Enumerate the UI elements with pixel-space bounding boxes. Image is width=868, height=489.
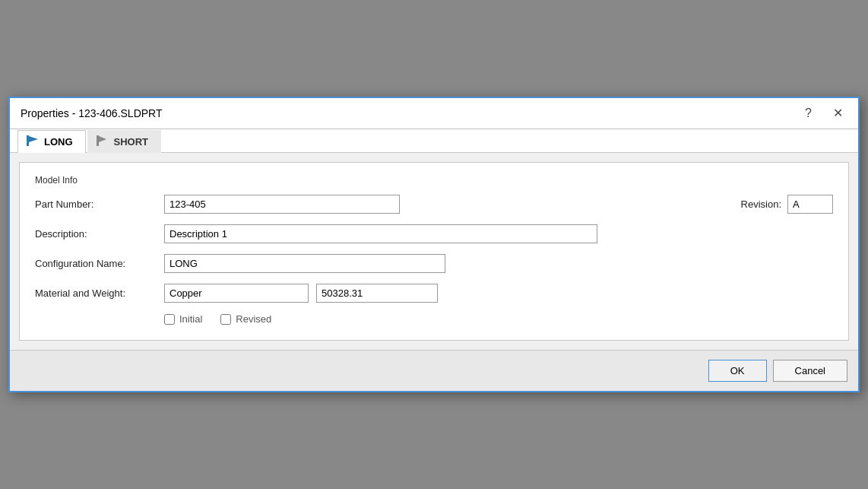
flag-icon-long [26, 135, 40, 148]
part-number-label: Part Number: [35, 198, 157, 210]
config-name-input[interactable] [164, 254, 445, 273]
part-left: Part Number: [35, 195, 400, 214]
config-name-label: Configuration Name: [35, 258, 157, 269]
weight-input[interactable] [316, 284, 438, 303]
revision-label: Revision: [741, 198, 781, 210]
material-weight-label: Material and Weight: [35, 287, 157, 299]
tabs-bar: LONG SHORT [10, 129, 858, 153]
ok-button[interactable]: OK [708, 360, 767, 382]
material-input[interactable] [164, 284, 309, 303]
config-name-row: Configuration Name: [35, 254, 833, 273]
initial-label: Initial [179, 313, 202, 325]
flag-icon-short [96, 135, 109, 148]
description-label: Description: [35, 228, 157, 240]
description-row: Description: [35, 224, 833, 243]
close-button[interactable]: ✕ [828, 106, 847, 121]
title-controls: ? ✕ [800, 106, 847, 121]
tab-long-label: LONG [44, 136, 73, 148]
revised-checkbox-item: Revised [220, 313, 271, 325]
revised-label: Revised [236, 313, 271, 325]
tab-long[interactable]: LONG [17, 130, 86, 153]
revision-input[interactable] [787, 195, 833, 214]
revised-checkbox[interactable] [220, 314, 231, 325]
dialog-title: Properties - 123-406.SLDPRT [21, 107, 163, 119]
title-bar: Properties - 123-406.SLDPRT ? ✕ [10, 98, 858, 129]
description-input[interactable] [164, 224, 597, 243]
part-right: Revision: [741, 195, 833, 214]
initial-checkbox[interactable] [164, 314, 175, 325]
cancel-button[interactable]: Cancel [773, 360, 847, 382]
help-button[interactable]: ? [800, 106, 816, 121]
svg-marker-3 [99, 136, 106, 142]
svg-marker-1 [29, 136, 38, 142]
initial-checkbox-item: Initial [164, 313, 202, 325]
properties-dialog: Properties - 123-406.SLDPRT ? ✕ LONG [8, 97, 860, 392]
main-content: Model Info Part Number: Revision: Descri… [19, 162, 849, 341]
svg-rect-2 [97, 135, 99, 146]
tab-short-label: SHORT [114, 136, 149, 148]
section-label: Model Info [35, 175, 833, 186]
part-number-row: Part Number: Revision: [35, 195, 833, 214]
part-number-input[interactable] [164, 195, 400, 214]
tab-short[interactable]: SHORT [87, 130, 162, 153]
svg-rect-0 [27, 135, 29, 146]
footer: OK Cancel [10, 350, 858, 391]
material-weight-row: Material and Weight: [35, 284, 833, 303]
checkbox-row: Initial Revised [164, 313, 833, 325]
